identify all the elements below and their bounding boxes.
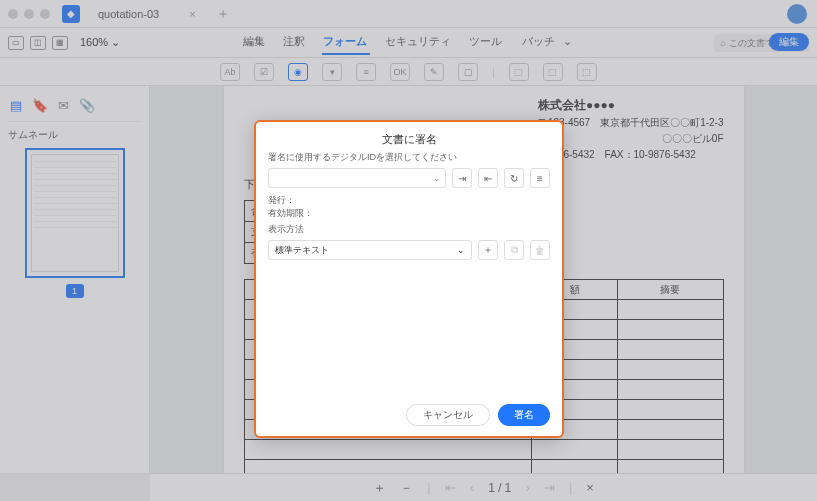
id-refresh-icon[interactable]: ↻: [504, 168, 524, 188]
signature-preview: [268, 266, 550, 396]
id-import-icon[interactable]: ⇥: [452, 168, 472, 188]
cancel-button[interactable]: キャンセル: [406, 404, 490, 426]
digital-id-select[interactable]: ⌄: [268, 168, 446, 188]
chevron-down-icon: ⌄: [433, 173, 441, 183]
id-list-icon[interactable]: ≡: [530, 168, 550, 188]
display-method-label: 表示方法: [268, 223, 550, 236]
dialog-title: 文書に署名: [268, 132, 550, 147]
chevron-down-icon: ⌄: [457, 245, 465, 255]
display-add-icon[interactable]: ＋: [478, 240, 498, 260]
issuer-field: 発行： 有効期限：: [268, 194, 550, 219]
display-delete-icon[interactable]: 🗑: [530, 240, 550, 260]
sign-button[interactable]: 署名: [498, 404, 550, 426]
sign-dialog: 文書に署名 署名に使用するデジタルIDを選択してください ⌄ ⇥ ⇤ ↻ ≡ 発…: [254, 120, 564, 438]
display-method-select[interactable]: 標準テキスト ⌄: [268, 240, 472, 260]
id-export-icon[interactable]: ⇤: [478, 168, 498, 188]
digital-id-label: 署名に使用するデジタルIDを選択してください: [268, 151, 550, 164]
display-copy-icon[interactable]: ⧉: [504, 240, 524, 260]
